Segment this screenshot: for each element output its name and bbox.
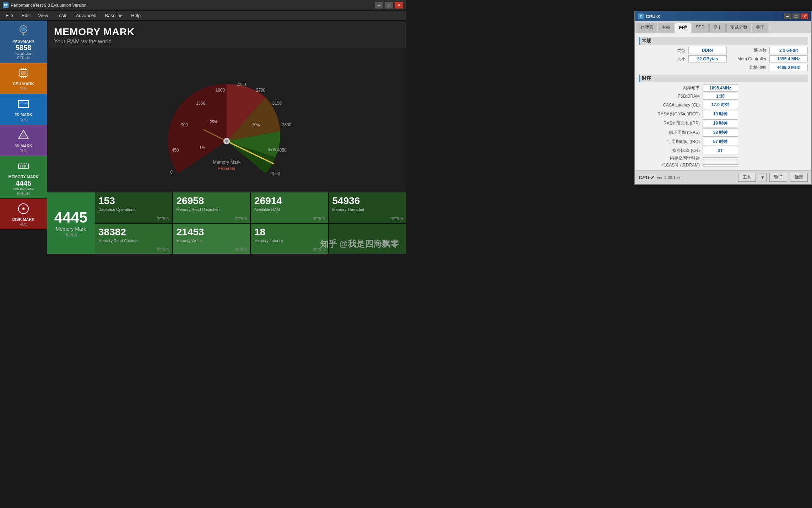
title-bar: PT PerformanceTest 9.0 Evaluation Versio… (0, 0, 406, 11)
svg-rect-23 (22, 165, 23, 168)
svg-rect-22 (20, 165, 21, 168)
main-tile-score: 4445 (54, 209, 87, 226)
app-icon: PT (3, 2, 9, 8)
tile-mru-score: 26958 (177, 195, 247, 207)
main-tile-rerun[interactable]: RERUN (65, 233, 77, 237)
disk-label: DISK MARK (12, 217, 34, 222)
svg-text:2700: 2700 (256, 88, 265, 93)
sidebar-item-2d[interactable]: 2D MARK RUN (0, 94, 47, 125)
gauge-center-sub: Percentile (218, 166, 235, 170)
tile-mru-name: Memory Read Uncached (177, 207, 247, 212)
2d-icon (16, 97, 31, 111)
cpu-icon (16, 66, 31, 80)
gauge-center-label: Memory Mark (212, 159, 240, 165)
tile-ml-score: 18 (254, 226, 325, 238)
svg-text:0: 0 (170, 170, 173, 175)
tile-ar-rerun[interactable]: RERUN (313, 217, 325, 221)
tile-mw-rerun[interactable]: RERUN (234, 248, 247, 252)
cpu-label: CPU MARK (13, 82, 34, 86)
tile-ml-name: Memory Latency (254, 239, 325, 243)
svg-text:3150: 3150 (272, 101, 282, 106)
menu-bar: File Edit View Tests Advanced Baseline H… (0, 11, 406, 21)
svg-text:900: 900 (181, 122, 188, 127)
close-button[interactable]: ✕ (395, 2, 403, 9)
tile-mw-name: Memory Write (177, 239, 247, 243)
sidebar-item-passmark[interactable]: PASSMARK 5858 Partial result RERUN (0, 21, 47, 63)
3d-label: 3D MARK (15, 144, 32, 148)
content-area: MEMORY MARK Your RAM vs the world (47, 21, 406, 254)
passmark-score: 5858 (16, 44, 32, 52)
svg-text:75%: 75% (252, 123, 260, 127)
menu-view[interactable]: View (34, 11, 52, 20)
disk-run[interactable]: RUN (20, 223, 27, 226)
tile-empty (329, 224, 406, 254)
menu-file[interactable]: File (1, 11, 17, 20)
tile-mrc-rerun[interactable]: RERUN (157, 248, 169, 252)
memory-sub: 99th Percentile (13, 187, 34, 191)
tile-ar-score: 26914 (254, 195, 325, 207)
2d-run[interactable]: RUN (20, 118, 27, 122)
menu-tests[interactable]: Tests (52, 11, 71, 20)
svg-text:450: 450 (172, 148, 179, 153)
tile-mt-name: Memory Threaded (332, 207, 403, 212)
svg-text:4050: 4050 (277, 148, 287, 153)
svg-text:99%: 99% (268, 147, 276, 152)
page-subtitle: Your RAM vs the world (54, 38, 399, 45)
svg-text:25%: 25% (210, 120, 217, 124)
memory-score: 4445 (16, 179, 32, 187)
cpu-run[interactable]: RUN (20, 87, 27, 91)
page-title: MEMORY MARK (54, 26, 399, 38)
tile-mem-threaded: 54936 Memory Threaded RERUN (329, 192, 406, 223)
svg-text:4500: 4500 (270, 171, 280, 176)
title-bar-text: PerformanceTest 9.0 Evaluation Version (11, 3, 375, 8)
3d-icon (16, 128, 31, 142)
gauge-pivot-inner (225, 140, 228, 143)
sidebar-item-3d[interactable]: 3D MARK RUN (0, 125, 47, 156)
svg-text:1350: 1350 (196, 101, 205, 106)
svg-text:1%: 1% (199, 146, 205, 150)
tile-mt-score: 54936 (332, 195, 403, 207)
tile-mrc-score: 38382 (98, 226, 169, 238)
tile-db-score: 153 (98, 195, 169, 207)
menu-advanced[interactable]: Advanced (72, 11, 101, 20)
memory-rerun[interactable]: RERUN (17, 192, 30, 196)
tile-db-rerun[interactable]: RERUN (157, 217, 169, 221)
sidebar-item-cpu[interactable]: CPU MARK RUN (0, 63, 47, 94)
passmark-rerun[interactable]: RERUN (17, 56, 30, 60)
main-tile-label: Memory Mark (56, 226, 86, 232)
menu-baseline[interactable]: Baseline (101, 11, 127, 20)
svg-text:3600: 3600 (282, 122, 291, 127)
gauge-container: 0 450 900 1350 1800 2250 2700 (141, 63, 312, 177)
passmark-label: PASSMARK (12, 39, 34, 44)
tile-mw-score: 21453 (177, 226, 247, 238)
3d-run[interactable]: RUN (20, 149, 27, 153)
main-memory-tile: 4445 Memory Mark RERUN (47, 192, 95, 254)
content-header: MEMORY MARK Your RAM vs the world (47, 21, 406, 48)
tile-mem-latency: 18 Memory Latency RERUN (251, 224, 328, 254)
tile-mem-write: 21453 Memory Write RERUN (173, 224, 250, 254)
minimize-button[interactable]: ─ (375, 2, 383, 9)
tile-ml-rerun[interactable]: RERUN (313, 248, 325, 252)
memory-label: MEMORY MARK (9, 175, 39, 179)
menu-edit[interactable]: Edit (17, 11, 34, 20)
sidebar-item-memory[interactable]: MEMORY MARK 4445 99th Percentile RERUN (0, 156, 47, 199)
sidebar: PASSMARK 5858 Partial result RERUN (0, 21, 47, 254)
sidebar-item-disk[interactable]: DISK MARK RUN (0, 199, 47, 230)
svg-point-1 (21, 27, 26, 31)
svg-text:1800: 1800 (215, 88, 225, 93)
svg-rect-24 (24, 165, 26, 168)
tile-mem-read-cached: 38382 Memory Read Cached RERUN (95, 224, 172, 254)
tile-ar-name: Available RAM (254, 207, 325, 212)
2d-label: 2D MARK (15, 113, 32, 117)
title-bar-controls: ─ □ ✕ (375, 2, 403, 9)
main-layout: PASSMARK 5858 Partial result RERUN (0, 21, 406, 254)
maximize-button[interactable]: □ (385, 2, 393, 9)
tile-mrc-name: Memory Read Cached (98, 239, 169, 243)
gauge-svg: 0 450 900 1350 1800 2250 2700 (141, 63, 312, 177)
menu-help[interactable]: Help (127, 11, 145, 20)
tile-mru-rerun[interactable]: RERUN (234, 217, 247, 221)
passmark-sub: Partial result (15, 52, 32, 55)
tile-avail-ram: 26914 Available RAM RERUN (251, 192, 328, 223)
tile-mt-rerun[interactable]: RERUN (390, 217, 403, 221)
disk-icon (16, 202, 31, 216)
